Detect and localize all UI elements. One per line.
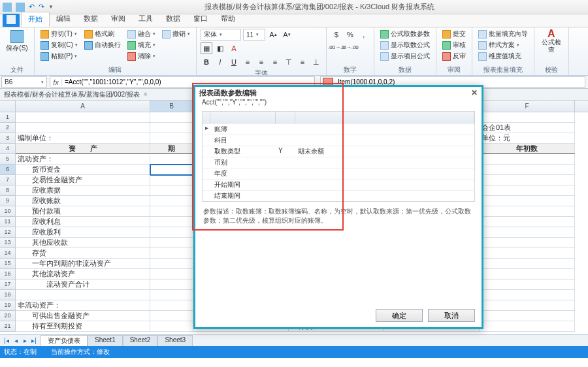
ok-button[interactable]: 确定 — [376, 309, 423, 322]
cell[interactable] — [150, 279, 193, 290]
cell[interactable] — [150, 227, 193, 238]
percent-icon[interactable]: % — [344, 29, 356, 40]
undo-button[interactable]: 撤销▾ — [160, 29, 192, 39]
cell[interactable] — [480, 185, 575, 196]
cancel-button[interactable]: 取消 — [428, 309, 475, 322]
sheet-tab[interactable]: 资产负债表 — [41, 335, 88, 346]
cell[interactable] — [480, 196, 575, 206]
row-header[interactable]: 17 — [0, 279, 16, 290]
sheet-tab[interactable]: Sheet3 — [157, 335, 193, 346]
param-row[interactable]: ▸账簿 — [203, 123, 474, 135]
cell[interactable] — [150, 165, 193, 175]
cell[interactable] — [150, 311, 193, 321]
show-item-formula-button[interactable]: 显示项目公式 — [378, 51, 432, 61]
param-value[interactable] — [276, 135, 295, 146]
row-header[interactable]: 7 — [0, 175, 16, 185]
increase-decimal-icon[interactable]: .00→.0 — [331, 41, 342, 53]
cell[interactable]: 持有至到期投资 — [16, 321, 150, 332]
cell[interactable] — [480, 321, 575, 332]
cell[interactable] — [16, 112, 150, 123]
last-sheet-icon[interactable]: ▸| — [30, 337, 38, 344]
menu-tab-3[interactable]: 审阅 — [105, 12, 132, 27]
cell[interactable] — [150, 206, 193, 217]
menu-tab-7[interactable]: 帮助 — [214, 12, 242, 27]
cell[interactable] — [150, 154, 193, 165]
dialog-close-icon[interactable]: ✕ — [471, 88, 478, 97]
cut-button[interactable]: 剪切(T)▾ — [39, 29, 80, 39]
show-formula-button[interactable]: 显示取数公式 — [378, 40, 432, 50]
decrease-font-icon[interactable]: A▾ — [281, 29, 293, 40]
cell[interactable] — [150, 185, 193, 196]
align-middle-icon[interactable]: ≡ — [297, 56, 308, 68]
next-sheet-icon[interactable]: ▸ — [21, 337, 29, 344]
row-header[interactable]: 9 — [0, 196, 16, 206]
cell[interactable]: 存货 — [16, 248, 150, 259]
cell[interactable] — [150, 269, 193, 279]
align-top-icon[interactable]: ⊤ — [283, 56, 295, 68]
cell[interactable] — [150, 217, 193, 227]
menu-tab-0[interactable]: 开始 — [21, 12, 50, 27]
align-left-icon[interactable]: ≡ — [242, 56, 253, 68]
cell[interactable] — [150, 290, 193, 300]
param-value[interactable] — [276, 191, 295, 201]
cell[interactable] — [480, 227, 575, 238]
cell[interactable]: 一年内到期的非流动资产 — [16, 259, 150, 269]
menu-tab-6[interactable]: 窗口 — [187, 12, 214, 27]
cell[interactable] — [480, 175, 575, 185]
save-button[interactable]: 保存(S) — [4, 29, 30, 53]
menu-tab-2[interactable]: 数据 — [77, 12, 105, 27]
cell[interactable]: 交易性金融资产 — [16, 175, 150, 185]
batch-wizard-button[interactable]: 批量填充向导 — [476, 29, 530, 39]
cell[interactable] — [480, 206, 575, 217]
align-center-icon[interactable]: ≡ — [255, 56, 267, 68]
cell[interactable]: 应收利息 — [16, 217, 150, 227]
font-color-icon[interactable]: A — [228, 42, 240, 54]
formula-check-button[interactable]: A公式检查 — [538, 29, 564, 54]
col-header-A[interactable]: A — [16, 101, 150, 112]
row-header[interactable]: 12 — [0, 227, 16, 238]
cell[interactable]: 单位：元 — [480, 133, 575, 144]
app-menu[interactable] — [3, 14, 20, 27]
col-header-B[interactable]: B — [150, 101, 193, 112]
cell[interactable] — [480, 217, 575, 227]
cell[interactable] — [150, 248, 193, 259]
comma-icon[interactable]: , — [358, 29, 370, 40]
row-header[interactable]: 21 — [0, 321, 16, 332]
cell[interactable] — [480, 269, 575, 279]
row-header[interactable]: 6 — [0, 165, 16, 175]
param-value[interactable] — [276, 124, 295, 135]
clear-button[interactable]: 清除▾ — [125, 51, 157, 61]
align-right-icon[interactable]: ≡ — [269, 56, 281, 68]
cell[interactable] — [480, 311, 575, 321]
format-painter-button[interactable]: 格式刷 — [82, 29, 123, 39]
param-row[interactable]: 科目 — [203, 135, 474, 146]
row-header[interactable]: 19 — [0, 300, 16, 311]
cell[interactable] — [480, 165, 575, 175]
name-box[interactable]: B6▾ — [1, 76, 47, 88]
cell[interactable] — [150, 123, 193, 133]
row-header[interactable]: 1 — [0, 112, 16, 123]
cell[interactable] — [480, 290, 575, 300]
qat-dropdown-icon[interactable]: ▼ — [48, 4, 54, 10]
prev-sheet-icon[interactable]: ◂ — [12, 337, 20, 344]
param-value[interactable]: Y — [276, 146, 295, 157]
cell[interactable]: 流动资产： — [16, 154, 150, 165]
col-header-F[interactable]: F — [480, 101, 575, 112]
cell[interactable] — [150, 196, 193, 206]
cell[interactable]: 资 产 — [16, 144, 150, 154]
formula-params-button[interactable]: 公式取数参数 — [378, 29, 432, 39]
cell[interactable]: 年初数 — [480, 144, 575, 154]
param-row[interactable]: 开始期间 — [203, 179, 474, 190]
copy-button[interactable]: 复制(C)▾ — [39, 40, 80, 50]
row-header[interactable]: 20 — [0, 311, 16, 321]
currency-icon[interactable]: $ — [331, 29, 342, 40]
row-header[interactable]: 18 — [0, 290, 16, 300]
cell[interactable]: 流动资产合计 — [16, 279, 150, 290]
cell[interactable]: 编制单位： — [16, 133, 150, 144]
cell[interactable] — [480, 300, 575, 311]
submit-button[interactable]: 提交 — [440, 29, 468, 39]
param-row[interactable]: 取数类型Y期末余额 — [203, 146, 474, 157]
cell[interactable] — [480, 259, 575, 269]
cell[interactable] — [150, 300, 193, 311]
param-row[interactable]: 币别 — [203, 157, 474, 168]
